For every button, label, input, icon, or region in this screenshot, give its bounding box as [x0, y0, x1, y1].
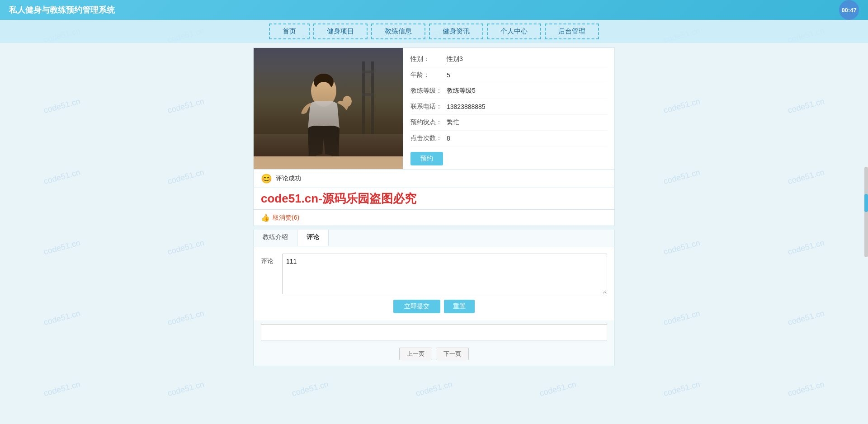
- svg-rect-3: [362, 71, 374, 73]
- navigation: 首页 健身项目 教练信息 健身资讯 个人中心 后台管理: [0, 20, 868, 43]
- status-label: 预约状态：: [410, 118, 447, 127]
- main-content: 性别： 性别3 年龄： 5 教练等级： 教练等级5 联系电话： 13823888…: [0, 43, 868, 371]
- comment-input-row: 评论 111: [261, 254, 607, 294]
- svg-rect-5: [254, 134, 403, 156]
- status-row: 预约状态： 繁忙: [410, 115, 607, 131]
- tabs-section: 教练介绍 评论 评论 111 立即提交 重置 上一页 下一页: [253, 230, 615, 366]
- svg-point-9: [316, 82, 332, 100]
- tab-intro[interactable]: 教练介绍: [254, 230, 297, 246]
- smiley-icon: 😊: [261, 173, 272, 184]
- gender-value: 性别3: [447, 55, 463, 63]
- age-label: 年龄：: [410, 71, 447, 79]
- nav-admin[interactable]: 后台管理: [545, 24, 599, 39]
- scrollbar-thumb[interactable]: [864, 194, 868, 212]
- success-message-bar: 😊 评论成功: [253, 170, 615, 188]
- content-wrapper: 性别： 性别3 年龄： 5 教练等级： 教练等级5 联系电话： 13823888…: [253, 47, 615, 366]
- comment-list-area: [261, 324, 607, 340]
- book-button[interactable]: 预约: [410, 152, 443, 165]
- clicks-row: 点击次数： 8: [410, 131, 607, 146]
- gender-label: 性别：: [410, 55, 447, 63]
- scrollbar[interactable]: [864, 167, 868, 257]
- clock: 00:47: [839, 0, 859, 20]
- phone-label: 联系电话：: [410, 103, 447, 111]
- gender-row: 性别： 性别3: [410, 52, 607, 67]
- tabs-header: 教练介绍 评论: [254, 230, 614, 246]
- phone-value: 13823888885: [447, 103, 486, 110]
- level-label: 教练等级：: [410, 87, 447, 95]
- pagination: 上一页 下一页: [254, 344, 614, 366]
- nav-home[interactable]: 首页: [269, 24, 310, 39]
- watermark-text: code51.cn-源码乐园盗图必究: [261, 192, 416, 205]
- svg-point-7: [314, 74, 334, 90]
- nav-profile[interactable]: 个人中心: [487, 24, 541, 39]
- age-value: 5: [447, 71, 450, 79]
- watermark-bar: code51.cn-源码乐园盗图必究: [253, 188, 615, 210]
- level-row: 教练等级： 教练等级5: [410, 83, 607, 99]
- nav-fitness[interactable]: 健身项目: [313, 24, 368, 39]
- level-value: 教练等级5: [447, 87, 476, 95]
- success-text: 评论成功: [276, 174, 301, 183]
- coach-info-section: 性别： 性别3 年龄： 5 教练等级： 教练等级5 联系电话： 13823888…: [253, 47, 615, 170]
- phone-row: 联系电话： 13823888885: [410, 99, 607, 115]
- clicks-value: 8: [447, 135, 450, 142]
- comment-form: 评论 111 立即提交 重置: [254, 246, 614, 320]
- cancel-like-label[interactable]: 取消赞(6): [273, 214, 299, 222]
- like-section: 👍 取消赞(6): [253, 210, 615, 226]
- comment-textarea[interactable]: 111: [282, 254, 607, 294]
- reset-button[interactable]: 重置: [444, 300, 475, 313]
- nav-news[interactable]: 健身资讯: [429, 24, 483, 39]
- svg-point-8: [318, 74, 325, 94]
- clicks-label: 点击次数：: [410, 134, 447, 142]
- form-buttons: 立即提交 重置: [261, 300, 607, 313]
- age-row: 年龄： 5: [410, 67, 607, 83]
- svg-rect-4: [362, 93, 374, 96]
- gym-background: [254, 48, 403, 156]
- thumbs-up-icon: 👍: [261, 213, 270, 222]
- prev-page-button[interactable]: 上一页: [399, 348, 432, 360]
- header: 私人健身与教练预约管理系统 00:47: [0, 0, 868, 20]
- tab-comment[interactable]: 评论: [297, 230, 329, 246]
- coach-photo: [254, 48, 403, 169]
- svg-rect-0: [254, 48, 403, 156]
- app-title: 私人健身与教练预约管理系统: [9, 5, 115, 15]
- coach-details: 性别： 性别3 年龄： 5 教练等级： 教练等级5 联系电话： 13823888…: [403, 48, 614, 169]
- submit-button[interactable]: 立即提交: [393, 300, 440, 313]
- comment-field-label: 评论: [261, 254, 277, 265]
- status-value: 繁忙: [447, 118, 459, 127]
- next-page-button[interactable]: 下一页: [436, 348, 469, 360]
- nav-coaches[interactable]: 教练信息: [371, 24, 425, 39]
- svg-rect-2: [371, 61, 374, 143]
- svg-point-6: [311, 75, 336, 107]
- svg-rect-1: [362, 61, 365, 143]
- svg-point-10: [343, 96, 352, 107]
